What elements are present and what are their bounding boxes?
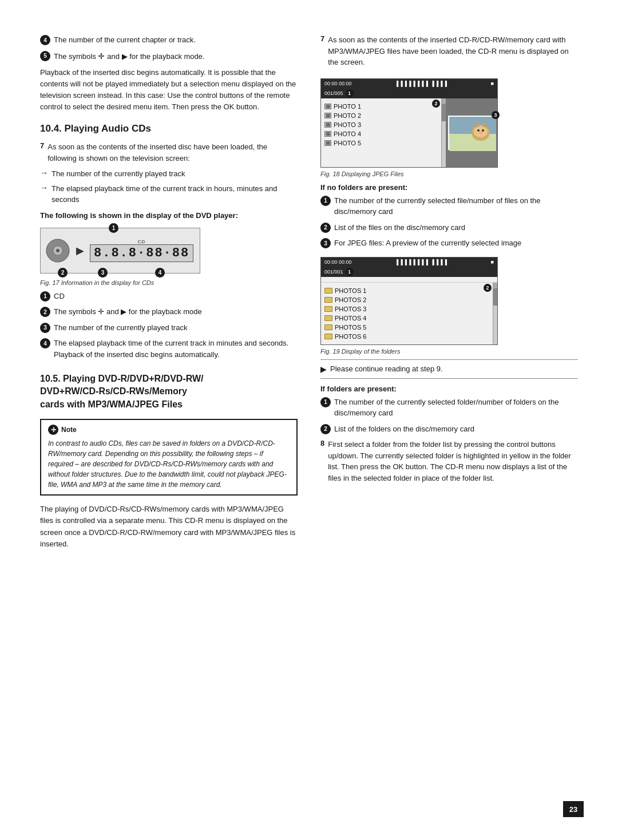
no-folder-bullet-circle-2: 2 [320, 223, 331, 233]
folder-name-1: PHOTOS 1 [335, 287, 366, 294]
folder-bullet-2: 2 List of the folders on the disc/memory… [320, 423, 578, 435]
step-7-right-number: 7 [320, 34, 324, 43]
dvd-file-list-1: 2 ▤ PHOTO 1 ▤ PHOTO 2 ▤ PHOTO 3 [321, 98, 441, 167]
scrollbar-2-thumb [493, 288, 497, 306]
dvd-folder-list: 2 PHOTOS 1 PHOTOS 2 PHOTOS 3 [321, 283, 493, 344]
bullet-number-4: 4 [40, 35, 50, 45]
step-7-item: 7 As soon as the contents of the inserte… [40, 141, 298, 164]
cd-display-area: 1 [40, 228, 298, 274]
folder-icon-6 [324, 334, 332, 339]
cd-bullet-text-2: The symbols ✛ and ▶ for the playback mod… [54, 306, 202, 318]
bullet-number-5: 5 [40, 51, 50, 61]
cd-digits-row: 8.8.8·88·88 [90, 244, 193, 262]
folder-item-3: PHOTOS 3 [324, 304, 489, 314]
cd-label-num-1: 1 [109, 223, 118, 233]
file-icon-5: ▤ [324, 140, 331, 146]
folder-name-5: PHOTOS 5 [335, 324, 366, 331]
folder-icon-1 [324, 288, 332, 294]
note-title-text: Note [61, 426, 77, 434]
folder-bullet-1: 1 The number of the currently selected f… [320, 397, 578, 419]
cd-bullet-4: 4 The elapsed playback time of the curre… [40, 338, 298, 360]
note-box-title: ✛ Note [48, 425, 290, 435]
separator-2 [320, 378, 578, 379]
step-7-right: 7 As soon as the contents of the inserte… [320, 34, 578, 73]
screen1-counter-row: 001/005 1 [321, 88, 497, 98]
step-8-text: First select a folder from the folder li… [328, 439, 578, 484]
folder-bullet-text-1: The number of the currently selected fol… [334, 397, 578, 419]
cd-bullet-text-1: CD [54, 291, 65, 302]
separator-1 [320, 359, 578, 360]
note-text: In contrast to audio CDs, files can be s… [48, 438, 290, 490]
cd-bullet-circle-2: 2 [40, 307, 50, 317]
screen1-counter: 001/005 [324, 90, 343, 96]
file-name-4: PHOTO 4 [334, 130, 361, 137]
no-folder-bullet-text-3: For JPEG files: A preview of the current… [334, 237, 521, 249]
disc-icon [45, 238, 70, 263]
dvd-file-item-1: ▤ PHOTO 1 [324, 102, 438, 111]
no-folder-bullet-text-1: The number of the currently selected fil… [334, 195, 578, 217]
dvd-file-item-5: ▤ PHOTO 5 [324, 138, 438, 148]
no-folders-title-text: If no folders are present: [320, 183, 407, 192]
cd-bullet-2: 2 The symbols ✛ and ▶ for the playback m… [40, 306, 298, 318]
folder-item-1: PHOTOS 1 [324, 286, 489, 295]
note-icon: ✛ [48, 425, 58, 435]
two-column-layout: 4 The number of the current chapter or t… [40, 34, 578, 806]
dvd-screen-1-topbar: 00:00 00:00 ▐▐▐▐▐▐▐▐ ▐▐▐▐ ■ [321, 79, 497, 88]
cd-bullet-text-4: The elapsed playback time of the current… [54, 338, 298, 360]
cd-bullet-circle-4: 4 [40, 338, 50, 348]
left-column: 4 The number of the current chapter or t… [40, 34, 298, 806]
cd-bullet-text-3: The number of the currently played track [54, 322, 187, 334]
cd-b2-suffix: and ▶ for the playback mode [106, 307, 202, 316]
page-number: 23 [563, 801, 584, 817]
file-icon-4: ▤ [324, 131, 331, 137]
file-icon-3: ▤ [324, 122, 331, 128]
cd-display-num-2: 2 [58, 268, 68, 278]
arrow-icon-1: → [40, 168, 48, 177]
no-folder-bullet-2: 2 List of the files on the disc/memory c… [320, 222, 578, 233]
preview-container: 3 [448, 116, 495, 150]
no-folder-bullet-3: 3 For JPEG files: A preview of the curre… [320, 237, 578, 249]
step-8-number: 8 [320, 439, 324, 447]
bullet-item-5: 5 The symbols ✛ and ▶ for the playback m… [40, 50, 298, 62]
file-name-3: PHOTO 3 [334, 121, 361, 128]
screen2-counter-row: 001/001 1 [321, 267, 497, 277]
arrow-text-2: The elapsed playback time of the current… [52, 183, 298, 205]
cd-time-digits: 8.8.8·88·88 [90, 244, 193, 262]
bullet-item-4: 4 The number of the current chapter or t… [40, 34, 298, 46]
no-folder-bullet-1: 1 The number of the currently selected f… [320, 195, 578, 217]
continue-arrow: ▶ Please continue reading at step 9. [320, 364, 578, 374]
bullet-text-4: The number of the current chapter or tra… [54, 34, 196, 46]
svg-point-2 [56, 249, 60, 252]
arrow-icon-2: → [40, 183, 48, 192]
fig-17-caption: Fig. 17 Information in the display for C… [40, 279, 298, 286]
file-icon-2: ▤ [324, 113, 331, 118]
para-playing: The playing of DVD/CD-Rs/CD-RWs/memory c… [40, 504, 298, 550]
step-8: 8 First select a folder from the folder … [320, 439, 578, 484]
folder-bullet-circle-1: 1 [320, 397, 331, 407]
dvd-screen-1: 00:00 00:00 ▐▐▐▐▐▐▐▐ ▐▐▐▐ ■ 001/005 1 2 [320, 78, 498, 168]
folders-present-title-text: If folders are present: [320, 385, 397, 393]
cd-display-container: 1 [40, 228, 200, 274]
cd-display-inner: ▶ CD 8.8.8·88·88 [41, 233, 200, 268]
symbols-suffix: and ▶ for the playback mode. [107, 52, 204, 61]
no-folder-bullet-circle-1: 1 [320, 196, 331, 206]
scrollbar-2 [493, 283, 497, 344]
screen2-counter: 001/001 [324, 269, 343, 275]
play-symbol: ▶ [76, 244, 84, 257]
folder-icon-5 [324, 324, 332, 330]
screen2-strip [321, 277, 497, 283]
cd-bullet-3: 3 The number of the currently played tra… [40, 322, 298, 334]
step-7-text: As soon as the contents of the inserted … [47, 141, 298, 164]
cd-bullet-circle-1: 1 [40, 291, 50, 302]
folder-name-3: PHOTOS 3 [335, 306, 366, 312]
dvd-file-item-2: ▤ PHOTO 2 [324, 111, 438, 120]
dvd-screen-2-topbar: 00:00 00:00 ▐▐▐▐▐▐▐▐ ▐▐▐▐ ■ [321, 257, 497, 267]
folder-item-5: PHOTOS 5 [324, 323, 489, 332]
dvd-preview-area: 3 [446, 98, 497, 167]
intro-paragraph: Playback of the inserted disc begins aut… [40, 67, 298, 113]
dvd-screen-2-content: 2 PHOTOS 1 PHOTOS 2 PHOTOS 3 [321, 283, 497, 344]
arrow-text-1: The number of the currently played track [52, 168, 185, 180]
arrow-bullet-1: → The number of the currently played tra… [40, 168, 298, 180]
crosshair-icon-2: ✛ [98, 307, 106, 316]
section-10-4-title: 10.4. Playing Audio CDs [40, 123, 298, 134]
